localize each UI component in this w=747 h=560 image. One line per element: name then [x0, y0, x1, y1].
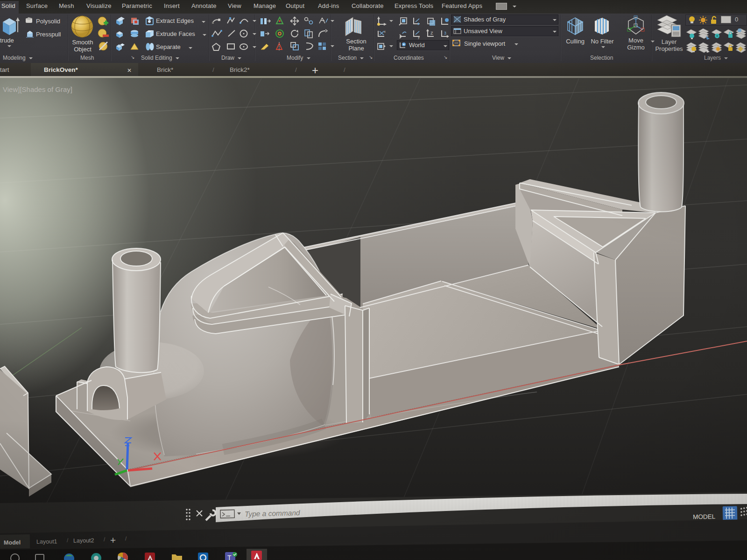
- svg-text:Model: Model: [4, 539, 21, 546]
- svg-text:MODEL: MODEL: [693, 513, 716, 520]
- svg-text:x: x: [384, 29, 386, 34]
- svg-text:View][Shades of Gray]: View][Shades of Gray]: [3, 85, 72, 93]
- svg-text:y: y: [418, 35, 420, 39]
- svg-text:Z: Z: [430, 31, 433, 35]
- svg-text:3: 3: [444, 31, 446, 35]
- svg-text:Layout2: Layout2: [73, 537, 94, 544]
- svg-text:Layout1: Layout1: [36, 538, 57, 545]
- svg-text:Type a command: Type a command: [245, 509, 301, 518]
- svg-text:T: T: [227, 554, 232, 560]
- svg-text:+: +: [110, 535, 116, 546]
